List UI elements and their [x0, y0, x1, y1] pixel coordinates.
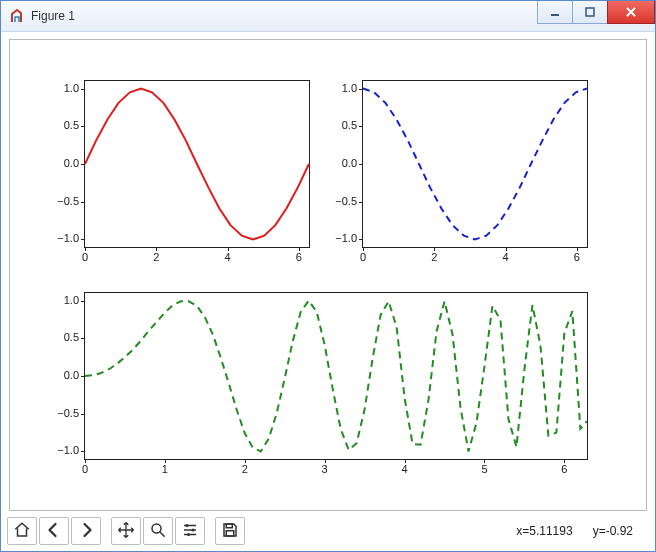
maximize-button[interactable]	[572, 1, 608, 24]
xtick-label: 6	[287, 251, 311, 263]
magnifier-icon	[149, 521, 167, 542]
tk-icon	[9, 8, 25, 24]
series-sin(x^2)	[85, 301, 587, 452]
xtick-label: 2	[144, 251, 168, 263]
xtick-label: 6	[565, 251, 589, 263]
figure-canvas[interactable]: −1.0−0.50.00.51.00246 −1.0−0.50.00.51.00…	[9, 39, 647, 511]
axes-bottom[interactable]: −1.0−0.50.00.51.00123456	[84, 292, 588, 460]
nav-toolbar: x=5.11193 y=-0.92	[7, 517, 649, 545]
ytick-label: 1.0	[39, 294, 79, 306]
arrow-left-icon	[45, 521, 63, 542]
series-sin(x)	[85, 89, 309, 240]
status-x-value: 5.11193	[529, 524, 572, 538]
svg-rect-1	[586, 8, 594, 16]
sliders-icon	[181, 521, 199, 542]
minimize-button[interactable]	[537, 1, 573, 24]
svg-rect-7	[226, 530, 234, 535]
ytick-label: −1.0	[39, 232, 79, 244]
xtick-label: 5	[472, 463, 496, 475]
close-button[interactable]	[607, 1, 655, 24]
ytick-label: −0.5	[39, 195, 79, 207]
axes-top-right[interactable]: −1.0−0.50.00.51.00246	[362, 80, 588, 248]
status-y-label: y=	[593, 524, 606, 538]
xtick-label: 1	[153, 463, 177, 475]
zoom-button[interactable]	[143, 517, 173, 545]
series-cos(x)	[363, 89, 587, 240]
move-icon	[117, 521, 135, 542]
xtick-label: 4	[216, 251, 240, 263]
ytick-label: 0.5	[39, 119, 79, 131]
ytick-label: −0.5	[317, 195, 357, 207]
ytick-label: 1.0	[39, 82, 79, 94]
ytick-label: 0.0	[39, 369, 79, 381]
arrow-right-icon	[77, 521, 95, 542]
ytick-label: −1.0	[39, 444, 79, 456]
xtick-label: 2	[422, 251, 446, 263]
status-y-value: -0.92	[606, 524, 633, 538]
pan-button[interactable]	[111, 517, 141, 545]
xtick-label: 4	[393, 463, 417, 475]
xtick-label: 6	[552, 463, 576, 475]
xtick-label: 2	[233, 463, 257, 475]
ytick-label: 0.5	[317, 119, 357, 131]
back-button[interactable]	[39, 517, 69, 545]
save-button[interactable]	[215, 517, 245, 545]
ytick-label: −1.0	[317, 232, 357, 244]
svg-rect-0	[551, 14, 559, 16]
ytick-label: 0.0	[317, 157, 357, 169]
svg-point-2	[152, 524, 161, 533]
forward-button[interactable]	[71, 517, 101, 545]
axes-top-left[interactable]: −1.0−0.50.00.51.00246	[84, 80, 310, 248]
ytick-label: 0.5	[39, 331, 79, 343]
xtick-label: 0	[73, 463, 97, 475]
configure-button[interactable]	[175, 517, 205, 545]
window-title: Figure 1	[31, 9, 75, 23]
ytick-label: −0.5	[39, 407, 79, 419]
svg-point-3	[186, 524, 189, 527]
ytick-label: 1.0	[317, 82, 357, 94]
xtick-label: 3	[313, 463, 337, 475]
titlebar: Figure 1	[1, 1, 655, 32]
figure-window: Figure 1 −1.0−0.50.00.51.00246 −1.0−0.50…	[0, 0, 656, 552]
svg-rect-6	[226, 524, 232, 528]
status-x-label: x=	[516, 524, 529, 538]
xtick-label: 0	[351, 251, 375, 263]
svg-point-4	[192, 528, 195, 531]
xtick-label: 4	[494, 251, 518, 263]
window-buttons	[538, 1, 655, 23]
home-icon	[13, 521, 31, 542]
ytick-label: 0.0	[39, 157, 79, 169]
cursor-status: x=5.11193 y=-0.92	[496, 510, 649, 552]
home-button[interactable]	[7, 517, 37, 545]
save-icon	[221, 521, 239, 542]
svg-point-5	[187, 533, 190, 536]
xtick-label: 0	[73, 251, 97, 263]
